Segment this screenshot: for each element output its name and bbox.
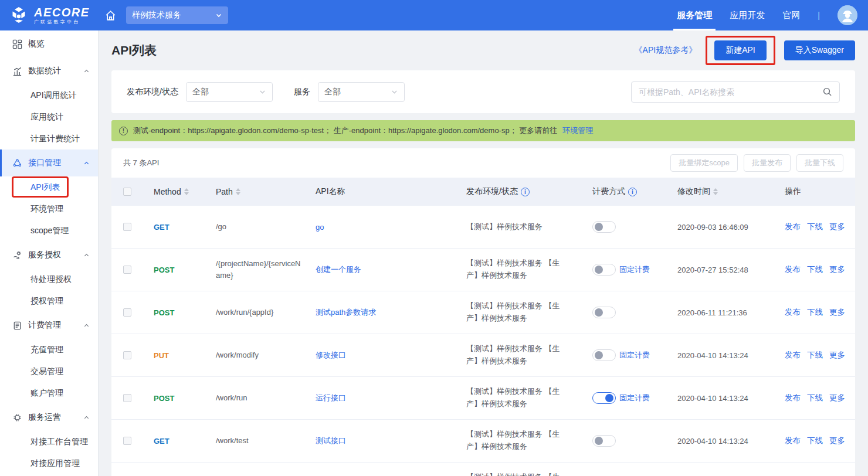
- env-filter-select[interactable]: 全部: [186, 82, 273, 102]
- api-name-link[interactable]: go: [316, 223, 324, 232]
- chevron-up-icon[interactable]: [83, 160, 90, 166]
- info-icon[interactable]: i: [521, 188, 530, 196]
- sidebar-item-对接工作台管理[interactable]: 对接工作台管理: [0, 431, 98, 453]
- search-icon[interactable]: [822, 87, 832, 97]
- sidebar-item-接口管理[interactable]: 接口管理: [0, 149, 98, 176]
- row-action-publish[interactable]: 发布: [785, 307, 801, 318]
- table-toolbar: 共 7 条API 批量绑定scope 批量发布 批量下线: [111, 148, 855, 178]
- sidebar-item-数据统计[interactable]: 数据统计: [0, 57, 98, 84]
- chevron-up-icon[interactable]: [83, 322, 90, 329]
- user-avatar[interactable]: [838, 5, 857, 25]
- chevron-up-icon[interactable]: [83, 252, 90, 259]
- billing-toggle[interactable]: [592, 392, 616, 404]
- row-action-offline[interactable]: 下线: [807, 393, 823, 403]
- sidebar-item-计费管理[interactable]: 计费管理: [0, 312, 98, 339]
- row-action-offline[interactable]: 下线: [807, 264, 823, 275]
- billing-toggle[interactable]: [592, 435, 616, 447]
- operations-icon: [12, 413, 22, 423]
- api-name-link[interactable]: 测试path参数请求: [316, 307, 376, 318]
- row-action-publish[interactable]: 发布: [785, 350, 801, 361]
- path-cell: /go: [216, 221, 316, 233]
- modified-time-cell: 2020-04-10 14:13:24: [677, 351, 785, 360]
- row-action-more[interactable]: 更多: [829, 307, 845, 318]
- home-icon[interactable]: [104, 9, 117, 22]
- row-checkbox[interactable]: [123, 308, 131, 317]
- environment-management-link[interactable]: 环境管理: [562, 125, 593, 136]
- api-spec-reference-link[interactable]: 《API规范参考》: [635, 45, 697, 56]
- info-icon[interactable]: i: [628, 188, 637, 196]
- row-action-more[interactable]: 更多: [829, 393, 845, 403]
- row-action-more[interactable]: 更多: [829, 264, 845, 275]
- method-cell: PUT: [154, 351, 216, 360]
- row-action-publish[interactable]: 发布: [785, 436, 801, 446]
- row-action-offline[interactable]: 下线: [807, 436, 823, 446]
- row-action-publish[interactable]: 发布: [785, 264, 801, 275]
- row-action-more[interactable]: 更多: [829, 222, 845, 232]
- path-cell: /{projectName}/{serviceName}: [216, 258, 316, 281]
- sidebar-item-账户管理[interactable]: 账户管理: [0, 382, 98, 404]
- select-all-checkbox[interactable]: [123, 188, 131, 196]
- row-action-publish[interactable]: 发布: [785, 222, 801, 232]
- billing-toggle[interactable]: [592, 349, 616, 361]
- sidebar-item-API列表[interactable]: API列表: [0, 176, 98, 198]
- column-path: Path: [216, 187, 233, 196]
- import-swagger-button[interactable]: 导入Swagger: [784, 40, 855, 60]
- nav-service-management[interactable]: 服务管理: [677, 0, 712, 30]
- sidebar-item-交易管理[interactable]: 交易管理: [0, 361, 98, 382]
- chevron-up-icon[interactable]: [83, 68, 90, 74]
- sidebar-item-应用统计[interactable]: 应用统计: [0, 106, 98, 128]
- sidebar-item-API调用统计[interactable]: API调用统计: [0, 84, 98, 106]
- sidebar: 概览数据统计API调用统计应用统计计量计费统计接口管理API列表环境管理scop…: [0, 30, 99, 476]
- batch-publish-button[interactable]: 批量发布: [744, 154, 791, 172]
- row-checkbox[interactable]: [123, 223, 131, 231]
- batch-bind-scope-button[interactable]: 批量绑定scope: [670, 154, 738, 172]
- api-name-link[interactable]: 修改接口: [316, 350, 346, 361]
- sort-icon[interactable]: [236, 188, 240, 195]
- sort-icon[interactable]: [184, 188, 189, 195]
- bar-chart-icon: [12, 66, 22, 76]
- billing-icon: [12, 321, 22, 331]
- sidebar-item-对接应用管理[interactable]: 对接应用管理: [0, 453, 98, 474]
- row-checkbox[interactable]: [123, 394, 131, 402]
- search-input[interactable]: [639, 87, 822, 97]
- billing-toggle[interactable]: [592, 307, 616, 318]
- filter-bar: 发布环境/状态 全部 服务 全部: [111, 70, 855, 113]
- sidebar-item-充值管理[interactable]: 充值管理: [0, 339, 98, 361]
- billing-toggle[interactable]: [592, 221, 616, 233]
- sidebar-item-计量计费统计[interactable]: 计量计费统计: [0, 128, 98, 149]
- row-action-offline[interactable]: 下线: [807, 350, 823, 361]
- service-selector-value: 样例技术服务: [132, 10, 181, 21]
- sidebar-item-scope管理[interactable]: scope管理: [0, 220, 98, 242]
- service-filter-select[interactable]: 全部: [318, 82, 405, 102]
- service-selector-dropdown[interactable]: 样例技术服务: [126, 6, 228, 24]
- row-action-offline[interactable]: 下线: [807, 307, 823, 318]
- nav-app-development[interactable]: 应用开发: [730, 0, 765, 30]
- toggle-knob: [605, 394, 613, 402]
- api-icon: [12, 158, 22, 168]
- row-action-publish[interactable]: 发布: [785, 393, 801, 403]
- row-checkbox[interactable]: [123, 266, 131, 274]
- sidebar-item-服务授权[interactable]: 服务授权: [0, 242, 98, 268]
- new-api-button[interactable]: 新建API: [714, 40, 767, 60]
- billing-toggle[interactable]: [592, 264, 616, 276]
- sidebar-item-服务运营[interactable]: 服务运营: [0, 404, 98, 431]
- sidebar-item-环境管理[interactable]: 环境管理: [0, 198, 98, 220]
- row-checkbox[interactable]: [123, 437, 131, 445]
- chevron-up-icon[interactable]: [83, 414, 90, 421]
- row-action-offline[interactable]: 下线: [807, 222, 823, 232]
- api-name-link[interactable]: 运行接口: [316, 393, 346, 403]
- api-name-link[interactable]: 测试接口: [316, 436, 346, 446]
- batch-offline-button[interactable]: 批量下线: [796, 154, 843, 172]
- row-action-more[interactable]: 更多: [829, 436, 845, 446]
- api-name-link[interactable]: 创建一个服务: [316, 264, 361, 275]
- column-modified-time: 修改时间: [677, 186, 710, 197]
- sidebar-item-授权管理[interactable]: 授权管理: [0, 290, 98, 312]
- nav-official-site[interactable]: 官网: [782, 0, 800, 30]
- row-action-more[interactable]: 更多: [829, 350, 845, 361]
- sidebar-item-概览[interactable]: 概览: [0, 30, 98, 57]
- sidebar-item-待处理授权[interactable]: 待处理授权: [0, 268, 98, 290]
- billing-label: 固定计费: [619, 393, 650, 403]
- sort-icon[interactable]: [713, 188, 718, 195]
- toggle-knob: [595, 351, 603, 359]
- row-checkbox[interactable]: [123, 351, 131, 359]
